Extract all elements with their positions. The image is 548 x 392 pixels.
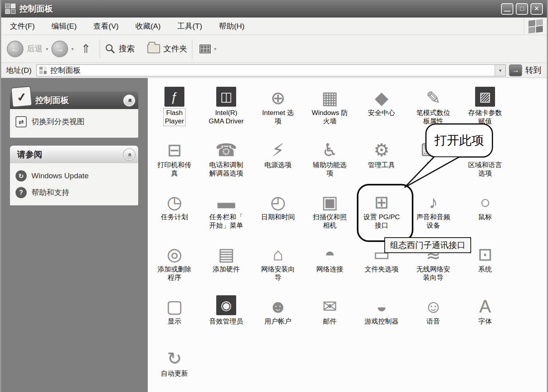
item-auto-updates[interactable]: ↻ 自动更新 <box>149 342 200 392</box>
back-button[interactable]: ← 后退 <box>7 41 43 57</box>
item-scanners-cameras[interactable]: ▣ 扫描仪和照 相机 <box>304 185 356 238</box>
pen-tablet-icon: ✎ <box>426 84 441 107</box>
maximize-button[interactable]: □ <box>516 3 528 15</box>
item-fonts[interactable]: A 字体 <box>459 290 511 342</box>
item-label: Flash Player <box>164 109 185 126</box>
windows-update[interactable]: ↻ Windows Update <box>16 170 133 181</box>
toolbar: ← 后退 ▾ → ▾ ⇑ 搜索 文件夹 ▾ <box>1 35 547 63</box>
address-value: 控制面板 <box>50 65 80 76</box>
auto-update-icon: ↻ <box>167 344 182 367</box>
item-mouse[interactable]: ○ 鼠标 <box>459 185 511 238</box>
address-input[interactable]: 控制面板 ▾ <box>36 64 506 76</box>
sidebar: ✓ 控制面板 » ⇄ 切换到分类视图 请参阅 » <box>1 78 148 392</box>
item-sounds-audio[interactable]: ♪ 声音和音频 设备 <box>407 185 459 238</box>
item-user-accounts[interactable]: ☻ 用户帐户 <box>252 290 304 342</box>
item-windows-firewall[interactable]: ▦ Windows 防 火墙 <box>304 81 356 133</box>
go-button[interactable]: → <box>509 64 522 76</box>
control-panel-task-pane: ✓ 控制面板 » ⇄ 切换到分类视图 <box>10 92 138 138</box>
item-speech[interactable]: ☺ 语音 <box>407 290 459 342</box>
help-support[interactable]: ? 帮助和支持 <box>16 187 133 198</box>
item-add-remove[interactable]: ◎ 添加或删除 程序 <box>149 238 200 290</box>
item-task-scheduler[interactable]: ◷ 任务计划 <box>149 185 200 238</box>
users-icon: ☻ <box>269 292 287 315</box>
views-dropdown-icon: ▾ <box>214 46 216 52</box>
item-taskbar-start[interactable]: ▬ 任务栏和「 开始」菜单 <box>200 185 252 238</box>
mail-icon: ✉ <box>323 292 337 315</box>
item-label: 网络连接 <box>316 265 343 273</box>
folders-button[interactable]: 文件夹 <box>146 43 187 54</box>
item-label: 安全中心 <box>368 109 395 117</box>
menu-help[interactable]: 帮助(H) <box>219 21 245 31</box>
item-phone-modem[interactable]: ☎ 电话和调制 解调器选项 <box>200 133 252 185</box>
item-label: 自动更新 <box>161 369 188 378</box>
up-folder-button[interactable]: ⇑ <box>81 42 91 56</box>
search-button[interactable]: 搜索 <box>105 43 135 54</box>
window-icon <box>5 4 16 14</box>
admin-tools-icon: ⚙ <box>374 136 389 159</box>
folders-label: 文件夹 <box>163 43 187 54</box>
item-mail[interactable]: ✉ 邮件 <box>304 290 356 342</box>
menu-edit[interactable]: 编辑(E) <box>51 21 76 31</box>
views-button[interactable]: ▾ <box>197 45 219 53</box>
item-security-center[interactable]: ◆ 安全中心 <box>356 81 407 133</box>
system-computer-icon: ⊡ <box>478 240 493 263</box>
folders-icon <box>147 44 160 53</box>
callout-tail <box>395 157 467 189</box>
printer-icon: ⊟ <box>167 136 182 159</box>
item-power-options[interactable]: ⚡ 电源选项 <box>252 133 304 185</box>
forward-dropdown-icon[interactable]: ▾ <box>71 46 74 52</box>
item-display[interactable]: ▢ 显示 <box>149 290 200 342</box>
item-label: 邮件 <box>323 317 337 326</box>
fonts-folder-icon: A <box>479 292 491 315</box>
item-add-hardware[interactable]: ▤ 添加硬件 <box>200 238 252 290</box>
item-network-wizard[interactable]: ⌂ 网络安装向 导 <box>252 238 304 290</box>
control-panel-icon <box>39 66 47 74</box>
item-internet-options[interactable]: ⊕ Internet 选 项 <box>252 81 304 133</box>
item-label: 系统 <box>478 265 492 273</box>
clock-calendar-icon: ◴ <box>270 188 286 211</box>
item-label: 字体 <box>478 317 492 326</box>
switch-category-view[interactable]: ⇄ 切换到分类视图 <box>16 116 133 127</box>
add-remove-cd-icon: ◎ <box>167 240 182 263</box>
item-label: 打印机和传 真 <box>158 161 192 178</box>
item-network-conn[interactable]: ◓ 网络连接 <box>304 238 356 290</box>
toolbar-separator <box>100 39 100 59</box>
item-intel-gma[interactable]: ◫ Intel(R) GMA Driver <box>200 81 252 133</box>
item-game-controllers[interactable]: ◒ 游戏控制器 <box>356 290 407 342</box>
callout-text: 打开此项 <box>434 132 484 149</box>
minimize-button[interactable]: — <box>501 3 513 15</box>
window-title: 控制面板 <box>20 3 53 14</box>
item-flash-player[interactable]: ƒ Flash Player <box>149 81 200 133</box>
menu-view[interactable]: 查看(V) <box>94 21 119 31</box>
collapse-chevron-button[interactable]: » <box>123 149 135 160</box>
windows-update-icon: ↻ <box>16 170 27 181</box>
collapse-chevron-button[interactable]: » <box>123 95 135 106</box>
menu-tools[interactable]: 工具(T) <box>177 21 202 31</box>
address-dropdown-button[interactable]: ▾ <box>495 65 505 76</box>
side-link-label: 帮助和支持 <box>31 187 69 198</box>
item-label: 扫描仪和照 相机 <box>313 213 347 230</box>
item-label: 鼠标 <box>478 213 492 221</box>
menu-favorites[interactable]: 收藏(A) <box>135 21 160 31</box>
item-label: 显示 <box>168 317 181 326</box>
item-label: 任务计划 <box>161 213 188 221</box>
panel-title: 请参阅 <box>17 149 42 160</box>
item-printers-faxes[interactable]: ⊟ 打印机和传 真 <box>149 133 200 185</box>
close-button[interactable]: ✕ <box>530 3 543 15</box>
side-link-label: 切换到分类视图 <box>31 117 84 127</box>
internet-globe-icon: ⊕ <box>271 84 286 107</box>
forward-button[interactable]: → <box>51 41 68 57</box>
item-label: 管理工具 <box>368 161 395 169</box>
control-panel-window: 控制面板 — □ ✕ 文件(F)编辑(E)查看(V)收藏(A)工具(T)帮助(H… <box>0 0 548 392</box>
title-bar: 控制面板 — □ ✕ <box>1 0 547 18</box>
item-date-time[interactable]: ◴ 日期和时间 <box>252 185 304 238</box>
item-accessibility[interactable]: ♿ 辅助功能选 项 <box>304 133 356 185</box>
address-bar: 地址(D) 控制面板 ▾ → 转到 <box>1 63 547 78</box>
tooltip: 组态西门子通讯接口 <box>384 237 471 253</box>
item-label: 辅助功能选 项 <box>313 161 347 178</box>
item-label: 用户帐户 <box>264 317 292 326</box>
item-audio-manager[interactable]: ◉ 音效管理员 <box>200 290 252 342</box>
menu-file[interactable]: 文件(F) <box>10 21 35 31</box>
back-dropdown-icon[interactable]: ▾ <box>46 46 48 52</box>
search-icon <box>105 43 115 54</box>
